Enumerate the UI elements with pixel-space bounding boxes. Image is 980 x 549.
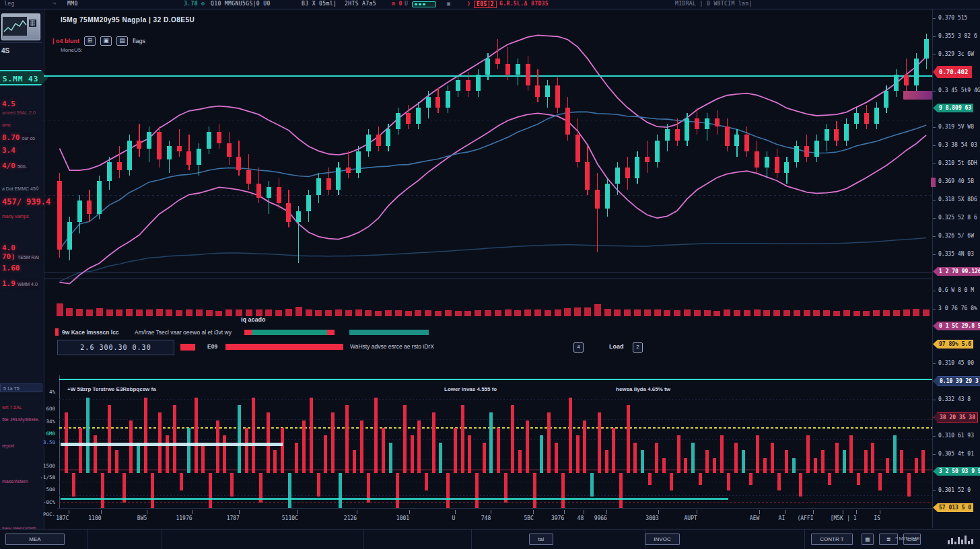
price-label: 0.325 52 8 6	[938, 215, 977, 221]
topbar-item[interactable]: ¬	[53, 1, 56, 7]
price-label: 0.3 38 54 03	[938, 142, 977, 148]
topbar-item[interactable]: G.R.5L.Δ 87D35	[499, 1, 549, 7]
candle	[296, 211, 301, 222]
topbar-item[interactable]: MM0	[67, 1, 78, 7]
histogram-bar	[705, 450, 709, 473]
status-box[interactable]: ▦	[862, 534, 874, 545]
histogram-bar	[771, 443, 774, 473]
histogram-bar	[792, 458, 796, 473]
price-axis[interactable]: 0.370 5150.355 3 82 60.329 3c 6W0.70.402…	[932, 9, 980, 528]
candlestick-chart[interactable]	[44, 9, 932, 318]
topbar-item[interactable]: ⟩	[467, 1, 470, 7]
axis-tick	[933, 145, 936, 146]
volume-bar	[813, 310, 820, 316]
topbar-item[interactable]: E05|2	[474, 1, 497, 8]
symbol-tag[interactable]: 5.MM 43	[0, 70, 48, 85]
histogram-bar	[843, 450, 846, 473]
quote-note: amc	[2, 122, 11, 127]
price-tag-yellow[interactable]: 97 89% 5.6	[933, 340, 973, 349]
volume-bar	[754, 309, 761, 316]
volume-bar	[345, 310, 352, 316]
candle	[426, 97, 431, 108]
volume-bar	[375, 311, 382, 317]
topbar-item[interactable]: B3 X 05ml|	[302, 1, 337, 7]
indicator-axis-label: 6O0	[27, 406, 55, 412]
load-label[interactable]: Load	[609, 343, 624, 350]
histogram-bar	[691, 443, 695, 473]
histogram-bar	[201, 443, 205, 473]
topbar-item[interactable]: ⊘ 0	[392, 1, 403, 7]
volume-bar	[923, 309, 930, 317]
candle	[765, 157, 769, 168]
histogram-bar	[569, 398, 572, 473]
volume-bar	[843, 310, 850, 316]
indicator-panel[interactable]	[59, 375, 932, 508]
time-tick: IS	[877, 509, 884, 521]
legend-bar-teal-2[interactable]	[349, 330, 429, 335]
legend-bar-teal[interactable]	[252, 330, 327, 335]
legend-bar-red-cap-right	[327, 330, 335, 335]
candle	[227, 143, 232, 157]
price-axis-row: 0.301 52 0	[933, 487, 980, 496]
topbar-item[interactable]: leg	[4, 1, 15, 7]
volume-bar	[644, 309, 651, 316]
histogram-bar	[432, 412, 435, 473]
price-label: 0.329 3c 6W	[938, 51, 974, 57]
candle	[804, 146, 809, 157]
price-tag-blue[interactable]: 0.10 39 29 3	[933, 376, 980, 386]
price-tag-redbox[interactable]: 38 20 35 38	[933, 412, 978, 423]
price-tag-teal[interactable]: 3 2 50 93 9 5	[933, 467, 980, 476]
histogram-bar	[468, 435, 471, 473]
candle	[127, 141, 132, 171]
candle	[386, 129, 390, 145]
price-tag-yellow[interactable]: 57 013 5 0	[933, 503, 973, 512]
price-tag-magenta[interactable]: 1 2 70 99.126	[933, 267, 980, 276]
sidebar-lower-item[interactable]: wrt 7.5AL	[2, 405, 22, 410]
histogram-bar	[785, 450, 788, 473]
status-box[interactable]: MEA	[5, 534, 65, 545]
histogram-bar	[439, 443, 442, 473]
axis-tick	[933, 363, 936, 364]
candle	[277, 187, 281, 203]
price-tag-magenta[interactable]: 0 1 5C 29.8 5	[933, 322, 980, 330]
topbar-item[interactable]: MIDRAL | 0 W8TCIM lan|	[675, 1, 753, 7]
volume-bar	[435, 311, 442, 317]
volume-bar	[395, 310, 402, 316]
histogram-bar	[310, 398, 313, 473]
quote-note: amred 39AL.2.0	[2, 110, 36, 115]
quote-value: 4.0	[2, 244, 15, 252]
histogram-bar	[374, 398, 378, 473]
sidebar-lower-item[interactable]: report	[2, 443, 14, 448]
time-axis[interactable]: 187C1100BW51197617875110C21261001U7485BC…	[57, 508, 932, 529]
sidebar-lower-item[interactable]: mass/Astern	[2, 479, 28, 484]
indicator-title-2: Lower lnvas 4.555 fo	[444, 386, 497, 392]
legend-swatch-red-2	[180, 344, 195, 351]
mini-chart-widget[interactable]	[1, 13, 40, 40]
price-tag-red[interactable]: 0.70.402	[933, 66, 972, 78]
histogram-bar	[187, 428, 190, 473]
legend-button-1[interactable]: 4	[573, 342, 584, 353]
time-tick: 1001	[403, 509, 416, 521]
topbar-item[interactable]: Q10 MMGNU5GS|0 U0	[211, 1, 271, 7]
topbar-item[interactable]: 2HTS A7a5	[345, 1, 376, 7]
histogram-bar	[273, 450, 277, 473]
topbar-item[interactable]: 3.78 ⊙	[184, 1, 205, 7]
histogram-bar	[446, 473, 450, 508]
histogram-bar	[821, 450, 825, 473]
topbar-item[interactable]: ▣	[447, 1, 450, 7]
histogram-bar	[583, 420, 586, 473]
topbar-item[interactable]: U	[405, 1, 408, 7]
time-tick: 5BC	[529, 509, 538, 521]
histogram-bar	[533, 473, 536, 508]
time-label: 1100	[88, 515, 101, 521]
histogram-bar	[166, 435, 169, 473]
quote-suffix: TE5M RAI	[18, 255, 39, 260]
volume-bar	[564, 308, 571, 316]
status-box[interactable]: ta!	[529, 534, 553, 545]
legend-button-2[interactable]: 2	[633, 342, 643, 353]
price-tag-teal[interactable]: 9 8.809 63	[933, 104, 973, 112]
price-axis-row: 0.6 W 8 0 M	[933, 287, 980, 296]
status-box[interactable]: INVOC	[645, 534, 680, 545]
status-bar: MEAta!INVOCCONTR T▦≣▭▭* MITHME	[0, 529, 980, 549]
status-box[interactable]: CONTR T	[811, 534, 853, 545]
